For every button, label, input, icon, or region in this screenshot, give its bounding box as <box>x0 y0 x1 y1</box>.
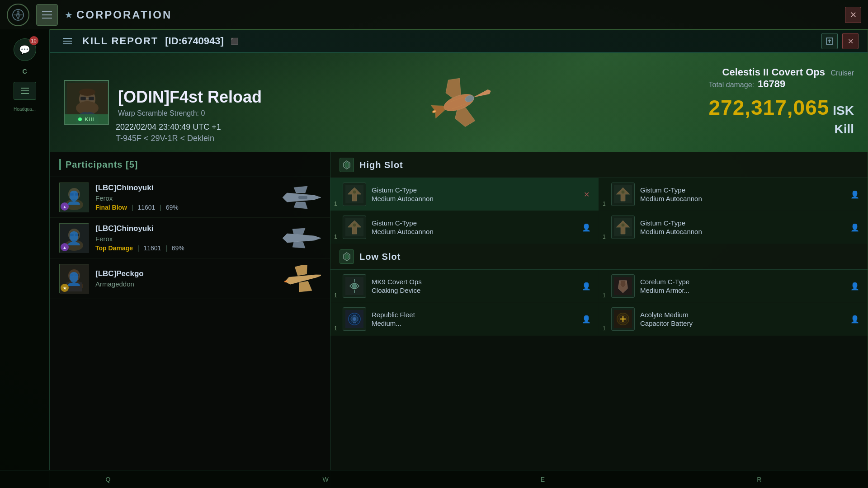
item-name-l4: Acolyte MediumCapacitor Battery <box>640 310 693 328</box>
item-qty-l3: 1 <box>334 325 337 332</box>
participant-stats-2: Top Damage | 11601 | 69% <box>95 244 274 252</box>
svg-point-23 <box>68 188 80 201</box>
low-slot-item-1[interactable]: 1 MK9 Covert OpsCloaking Devic <box>330 270 599 303</box>
high-slot-item-4[interactable]: 1 Gistum C-TypeMedium Autocannon 👤 <box>599 211 868 244</box>
kill-time: 2022/02/04 23:40:49 UTC +1 <box>116 122 221 132</box>
ship-img-2 <box>280 225 321 252</box>
notification-icon-container: 💬 10 <box>14 38 36 61</box>
svg-rect-25 <box>70 193 74 196</box>
item-qty-h1: 1 <box>334 201 337 207</box>
isk-label: ISK <box>833 103 854 118</box>
item-person-l2[interactable]: 👤 <box>849 281 860 291</box>
nav-key-e[interactable]: E <box>541 476 546 483</box>
damage-label: Total damage: <box>709 81 755 89</box>
kill-report-panel: KILL REPORT [ID:6740943] ⬛ ✕ <box>50 29 868 488</box>
svg-point-34 <box>68 269 80 282</box>
side-menu-button[interactable] <box>14 82 36 100</box>
high-slot-item-3[interactable]: 1 Gistum C-TypeMedium Autocannon 👤 <box>330 211 599 244</box>
final-blow-label: Final Blow <box>95 204 127 211</box>
ship-img-3 <box>280 265 321 292</box>
item-person-h2[interactable]: 👤 <box>849 189 860 200</box>
svg-point-45 <box>353 223 356 227</box>
item-qty-h2: 1 <box>603 201 606 207</box>
svg-point-56 <box>353 317 356 321</box>
copy-icon[interactable]: ⬛ <box>231 38 238 45</box>
vitruvian-icon[interactable] <box>7 4 29 26</box>
high-slot-header: High Slot <box>330 152 868 178</box>
equipment-panel: High Slot 1 Gistum C-TypeMed <box>330 152 868 488</box>
low-slot-item-3[interactable]: 1 Republic Fl <box>330 303 599 336</box>
item-qty-h4: 1 <box>603 234 606 240</box>
low-slot-item-2[interactable]: 1 Corelum C-TypeMedium Armor... 👤 <box>599 270 868 303</box>
item-icon-l1 <box>343 274 366 298</box>
kill-badge: Kill <box>65 114 108 124</box>
participant-name-3: [LBC]Peckgo <box>95 269 274 278</box>
item-icon-h4 <box>611 216 635 239</box>
svg-point-29 <box>68 229 80 241</box>
svg-point-41 <box>353 190 356 194</box>
svg-rect-38 <box>66 282 82 291</box>
nav-key-r[interactable]: R <box>757 476 762 483</box>
participants-title: Participants [5] <box>66 160 138 170</box>
main-menu-button[interactable] <box>36 4 58 26</box>
participant-item-2[interactable]: ▲ [LBC]Chinoyuki Ferox Top Damage | 1160… <box>50 218 330 258</box>
nav-key-q[interactable]: Q <box>106 476 112 483</box>
top-close-button[interactable]: ✕ <box>845 7 861 23</box>
participant-avatar-2: ▲ <box>59 223 89 253</box>
pilot-avatar: Kill <box>64 80 109 125</box>
svg-rect-32 <box>75 234 79 236</box>
damage-2: 11601 <box>143 244 161 252</box>
participant-ship-3: Armageddon <box>95 280 274 288</box>
notification-badge: 10 <box>29 36 38 45</box>
top-damage-label: Top Damage <box>95 244 133 252</box>
item-person-l1[interactable]: 👤 <box>581 281 592 291</box>
item-person-l3[interactable]: 👤 <box>581 314 592 324</box>
kr-menu-button[interactable] <box>59 33 75 49</box>
participant-info-1: [LBC]Chinoyuki Ferox Final Blow | 11601 … <box>95 183 274 211</box>
svg-rect-37 <box>75 274 79 277</box>
item-name-h2: Gistum C-TypeMedium Autocannon <box>640 186 702 203</box>
svg-rect-31 <box>70 234 74 236</box>
participant-item[interactable]: ▲ [LBC]Chinoyuki Ferox Final Blow | 1160… <box>50 177 330 218</box>
svg-rect-26 <box>75 193 79 196</box>
participant-ship-2: Ferox <box>95 235 274 243</box>
high-slot-title: High Slot <box>359 160 403 170</box>
nav-key-w[interactable]: W <box>323 476 330 483</box>
pct-2: 69% <box>172 244 184 252</box>
participant-item-3[interactable]: ★ [LBC]Peckgo Armageddon <box>50 258 330 299</box>
item-person-h3[interactable]: 👤 <box>581 222 592 233</box>
item-close-h1[interactable]: ✕ <box>581 189 592 200</box>
isk-value: 272,317,065 <box>709 95 830 120</box>
ship-img-1 <box>280 184 321 211</box>
high-slot-item-2[interactable]: 1 Gistum C-TypeMedium Autocannon 👤 <box>599 178 868 211</box>
rank-badge-2: ▲ <box>61 243 69 251</box>
close-report-button[interactable]: ✕ <box>842 33 859 49</box>
export-button[interactable] <box>821 33 838 49</box>
participant-info-3: [LBC]Peckgo Armageddon <box>95 269 274 288</box>
item-icon-l4 <box>611 307 635 331</box>
low-slot-title: Low Slot <box>359 252 401 262</box>
svg-point-49 <box>352 284 357 288</box>
low-slot-header: Low Slot <box>330 244 868 270</box>
svg-rect-13 <box>89 97 94 100</box>
main-content: Participants [5] ▲ [LBC]Chinoyuki <box>50 152 868 488</box>
side-panel: 💬 10 C Headqua... <box>0 29 50 488</box>
svg-rect-27 <box>298 196 307 199</box>
hq-label: Headqua... <box>14 107 36 112</box>
low-slot-icon <box>340 249 354 264</box>
pilot-name: [ODIN]F4st Reload <box>118 88 262 107</box>
item-person-l4[interactable]: 👤 <box>849 314 860 324</box>
hero-section: Kill [ODIN]F4st Reload Warp Scramble Str… <box>50 53 868 152</box>
item-icon-h2 <box>611 183 635 206</box>
corp-header: ★ CORPORATION <box>65 9 172 21</box>
item-name-h3: Gistum C-TypeMedium Autocannon <box>372 219 434 236</box>
high-slot-item-1[interactable]: 1 Gistum C-TypeMedium Autocannon ✕ <box>330 178 599 211</box>
item-person-h4[interactable]: 👤 <box>849 222 860 233</box>
kill-report-id: [ID:6740943] <box>165 35 224 47</box>
low-slot-item-4[interactable]: 1 <box>599 303 868 336</box>
rank-badge-1: ▲ <box>61 202 69 211</box>
kill-result: Kill <box>709 122 854 136</box>
kill-badge-dot <box>78 117 82 121</box>
item-qty-h3: 1 <box>334 234 337 240</box>
participant-name-2: [LBC]Chinoyuki <box>95 224 274 233</box>
